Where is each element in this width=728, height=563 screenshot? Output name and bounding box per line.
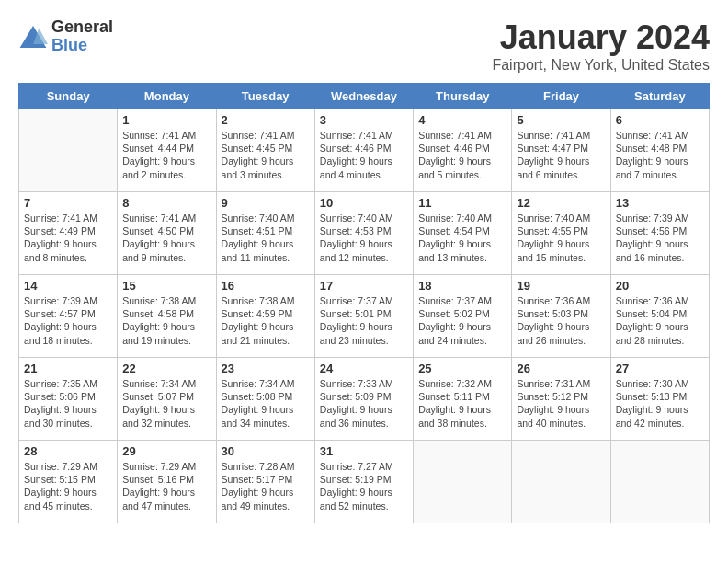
day-number: 20 <box>616 279 704 293</box>
day-info: Sunrise: 7:40 AM Sunset: 4:51 PM Dayligh… <box>222 212 310 264</box>
day-number: 3 <box>320 113 408 127</box>
week-row-3: 14Sunrise: 7:39 AM Sunset: 4:57 PM Dayli… <box>19 275 710 358</box>
day-header-sunday: Sunday <box>19 84 118 109</box>
calendar-cell: 28Sunrise: 7:29 AM Sunset: 5:15 PM Dayli… <box>19 441 118 523</box>
day-number: 2 <box>222 113 310 127</box>
calendar-cell: 19Sunrise: 7:36 AM Sunset: 5:03 PM Dayli… <box>512 275 610 358</box>
day-header-thursday: Thursday <box>414 84 512 109</box>
day-number: 8 <box>122 196 210 210</box>
calendar-cell: 21Sunrise: 7:35 AM Sunset: 5:06 PM Dayli… <box>19 358 118 441</box>
day-info: Sunrise: 7:41 AM Sunset: 4:46 PM Dayligh… <box>418 129 506 181</box>
calendar-cell: 30Sunrise: 7:28 AM Sunset: 5:17 PM Dayli… <box>216 441 314 523</box>
calendar-cell: 22Sunrise: 7:34 AM Sunset: 5:07 PM Dayli… <box>118 358 216 441</box>
day-number: 17 <box>320 279 408 293</box>
calendar-cell: 24Sunrise: 7:33 AM Sunset: 5:09 PM Dayli… <box>314 358 413 441</box>
day-header-tuesday: Tuesday <box>216 84 314 109</box>
day-number: 7 <box>24 196 112 210</box>
logo-blue-text: Blue <box>51 37 113 55</box>
day-number: 25 <box>418 362 506 375</box>
calendar-cell <box>19 109 118 192</box>
day-info: Sunrise: 7:36 AM Sunset: 5:04 PM Dayligh… <box>616 294 704 347</box>
logo: General Blue <box>18 18 113 55</box>
calendar-cell: 11Sunrise: 7:40 AM Sunset: 4:54 PM Dayli… <box>414 192 512 275</box>
day-info: Sunrise: 7:40 AM Sunset: 4:53 PM Dayligh… <box>320 212 408 264</box>
calendar-cell: 16Sunrise: 7:38 AM Sunset: 4:59 PM Dayli… <box>216 275 314 358</box>
calendar-cell: 27Sunrise: 7:30 AM Sunset: 5:13 PM Dayli… <box>610 358 709 441</box>
calendar-cell: 13Sunrise: 7:39 AM Sunset: 4:56 PM Dayli… <box>610 192 709 275</box>
day-header-friday: Friday <box>512 84 610 109</box>
day-info: Sunrise: 7:34 AM Sunset: 5:08 PM Dayligh… <box>222 377 310 430</box>
calendar-table: SundayMondayTuesdayWednesdayThursdayFrid… <box>18 83 710 523</box>
day-header-saturday: Saturday <box>610 84 709 109</box>
day-number: 31 <box>320 444 408 458</box>
day-info: Sunrise: 7:41 AM Sunset: 4:49 PM Dayligh… <box>24 212 112 264</box>
day-info: Sunrise: 7:40 AM Sunset: 4:54 PM Dayligh… <box>418 212 506 264</box>
calendar-cell <box>610 441 709 523</box>
day-info: Sunrise: 7:38 AM Sunset: 4:59 PM Dayligh… <box>222 294 310 347</box>
day-info: Sunrise: 7:30 AM Sunset: 5:13 PM Dayligh… <box>616 377 704 430</box>
day-number: 1 <box>122 113 210 127</box>
calendar-cell: 1Sunrise: 7:41 AM Sunset: 4:44 PM Daylig… <box>118 109 216 192</box>
calendar-cell <box>414 441 512 523</box>
title-section: January 2024 Fairport, New York, United … <box>492 18 710 74</box>
calendar-cell: 8Sunrise: 7:41 AM Sunset: 4:50 PM Daylig… <box>118 192 216 275</box>
calendar-cell: 15Sunrise: 7:38 AM Sunset: 4:58 PM Dayli… <box>118 275 216 358</box>
calendar-cell <box>512 441 610 523</box>
day-info: Sunrise: 7:41 AM Sunset: 4:47 PM Dayligh… <box>517 129 605 181</box>
day-info: Sunrise: 7:31 AM Sunset: 5:12 PM Dayligh… <box>517 377 605 430</box>
day-number: 6 <box>616 113 704 127</box>
calendar-cell: 20Sunrise: 7:36 AM Sunset: 5:04 PM Dayli… <box>610 275 709 358</box>
day-info: Sunrise: 7:34 AM Sunset: 5:07 PM Dayligh… <box>122 377 210 430</box>
day-number: 13 <box>616 196 704 210</box>
day-number: 18 <box>418 279 506 293</box>
day-info: Sunrise: 7:39 AM Sunset: 4:57 PM Dayligh… <box>24 294 112 347</box>
calendar-cell: 17Sunrise: 7:37 AM Sunset: 5:01 PM Dayli… <box>314 275 413 358</box>
day-info: Sunrise: 7:28 AM Sunset: 5:17 PM Dayligh… <box>222 460 310 512</box>
calendar-cell: 2Sunrise: 7:41 AM Sunset: 4:45 PM Daylig… <box>216 109 314 192</box>
calendar-cell: 12Sunrise: 7:40 AM Sunset: 4:55 PM Dayli… <box>512 192 610 275</box>
days-header-row: SundayMondayTuesdayWednesdayThursdayFrid… <box>19 84 710 109</box>
day-number: 24 <box>320 362 408 375</box>
day-number: 27 <box>616 362 704 375</box>
page-header: General Blue January 2024 Fairport, New … <box>18 18 710 74</box>
logo-general-text: General <box>51 18 113 37</box>
day-info: Sunrise: 7:37 AM Sunset: 5:02 PM Dayligh… <box>418 294 506 347</box>
day-number: 22 <box>122 362 210 375</box>
day-info: Sunrise: 7:36 AM Sunset: 5:03 PM Dayligh… <box>517 294 605 347</box>
day-number: 10 <box>320 196 408 210</box>
day-number: 23 <box>222 362 310 375</box>
calendar-cell: 3Sunrise: 7:41 AM Sunset: 4:46 PM Daylig… <box>314 109 413 192</box>
day-info: Sunrise: 7:41 AM Sunset: 4:50 PM Dayligh… <box>122 212 210 264</box>
calendar-cell: 18Sunrise: 7:37 AM Sunset: 5:02 PM Dayli… <box>414 275 512 358</box>
day-number: 14 <box>24 279 112 293</box>
calendar-cell: 25Sunrise: 7:32 AM Sunset: 5:11 PM Dayli… <box>414 358 512 441</box>
day-number: 19 <box>517 279 605 293</box>
day-info: Sunrise: 7:32 AM Sunset: 5:11 PM Dayligh… <box>418 377 506 430</box>
calendar-cell: 14Sunrise: 7:39 AM Sunset: 4:57 PM Dayli… <box>19 275 118 358</box>
calendar-title: January 2024 <box>492 18 710 57</box>
week-row-5: 28Sunrise: 7:29 AM Sunset: 5:15 PM Dayli… <box>19 441 710 523</box>
calendar-cell: 23Sunrise: 7:34 AM Sunset: 5:08 PM Dayli… <box>216 358 314 441</box>
week-row-4: 21Sunrise: 7:35 AM Sunset: 5:06 PM Dayli… <box>19 358 710 441</box>
calendar-cell: 29Sunrise: 7:29 AM Sunset: 5:16 PM Dayli… <box>118 441 216 523</box>
day-number: 5 <box>517 113 605 127</box>
day-info: Sunrise: 7:33 AM Sunset: 5:09 PM Dayligh… <box>320 377 408 430</box>
day-number: 16 <box>222 279 310 293</box>
day-info: Sunrise: 7:41 AM Sunset: 4:46 PM Dayligh… <box>320 129 408 181</box>
calendar-cell: 31Sunrise: 7:27 AM Sunset: 5:19 PM Dayli… <box>314 441 413 523</box>
day-number: 12 <box>517 196 605 210</box>
day-number: 11 <box>418 196 506 210</box>
day-info: Sunrise: 7:38 AM Sunset: 4:58 PM Dayligh… <box>122 294 210 347</box>
day-number: 9 <box>222 196 310 210</box>
day-info: Sunrise: 7:37 AM Sunset: 5:01 PM Dayligh… <box>320 294 408 347</box>
calendar-subtitle: Fairport, New York, United States <box>492 57 710 74</box>
day-info: Sunrise: 7:41 AM Sunset: 4:48 PM Dayligh… <box>616 129 704 181</box>
day-number: 15 <box>122 279 210 293</box>
day-number: 30 <box>222 444 310 458</box>
calendar-cell: 9Sunrise: 7:40 AM Sunset: 4:51 PM Daylig… <box>216 192 314 275</box>
week-row-1: 1Sunrise: 7:41 AM Sunset: 4:44 PM Daylig… <box>19 109 710 192</box>
day-info: Sunrise: 7:39 AM Sunset: 4:56 PM Dayligh… <box>616 212 704 264</box>
day-info: Sunrise: 7:29 AM Sunset: 5:16 PM Dayligh… <box>122 460 210 512</box>
day-info: Sunrise: 7:35 AM Sunset: 5:06 PM Dayligh… <box>24 377 112 430</box>
day-number: 4 <box>418 113 506 127</box>
